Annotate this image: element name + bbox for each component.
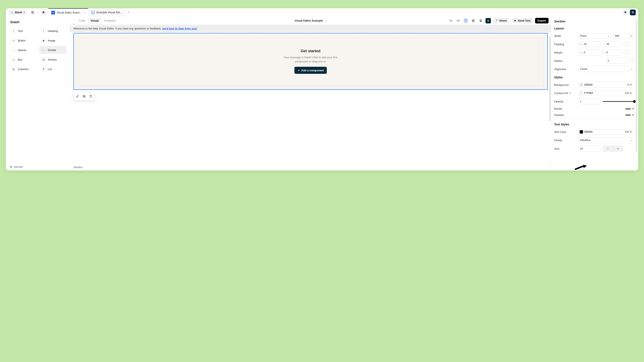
share-button[interactable]: Share (493, 18, 509, 23)
padding-h-input[interactable]: |□|20 (578, 41, 600, 47)
insert-spacer[interactable]: ↕Spacer (9, 46, 37, 54)
width-mode-select[interactable]: Fixed⌄ (578, 33, 612, 39)
svg-rect-14 (84, 96, 85, 97)
topbar-right: N (622, 9, 638, 15)
layers-icon[interactable] (30, 9, 36, 15)
insert-image[interactable]: ▣Image (39, 36, 67, 44)
svg-point-10 (480, 21, 481, 22)
background-color-input[interactable]: 000000 0 % (578, 82, 634, 88)
insert-list[interactable]: ≣List (39, 65, 67, 73)
sync-status: Synced (10, 165, 22, 168)
expand-margin-icon[interactable]: ⛶ (624, 49, 630, 55)
padding-v-input[interactable]: ⫩20 (601, 41, 622, 47)
mail-icon (91, 10, 95, 14)
canvas: Get started Your message is blank! Click… (70, 32, 551, 164)
alignment-select[interactable]: Center⌄ (578, 66, 634, 72)
insert-box[interactable]: ◻Box (9, 55, 37, 63)
reset-icon[interactable]: ↺ (569, 92, 571, 95)
feedback-link[interactable]: we'd love to hear from you! (162, 27, 197, 30)
edit-icon[interactable] (74, 93, 80, 99)
font-size-input[interactable]: 16 (578, 146, 601, 152)
device-icon[interactable] (463, 18, 468, 23)
text-styles-heading: Text Styles (554, 123, 634, 126)
selected-section[interactable]: Get started Your message is blank! Click… (74, 33, 548, 90)
layers-group (30, 9, 39, 15)
close-icon[interactable]: × (84, 11, 85, 14)
padh-icon: |□| (580, 43, 582, 45)
swatch-transparent-icon (580, 83, 583, 86)
breadcrumb: Section (70, 164, 551, 170)
add-tab-button[interactable]: + (125, 8, 132, 16)
font-family-select[interactable]: Helvetica⌄ (578, 137, 634, 143)
row-family: Family Helvetica⌄ (554, 137, 634, 143)
tab-visual-editor-example[interactable]: Visual Editor Exam... × (48, 8, 88, 16)
content-fill-color-input[interactable]: F7F5EF 100 % (578, 90, 634, 96)
divider-icon: — (41, 48, 46, 52)
app-window: B Blank ⇅ Visual Editor Exam... × (6, 8, 638, 170)
view-mode-segment: Code Visual Feedback (76, 18, 118, 23)
expand-padding-icon[interactable]: ⛶ (624, 41, 630, 47)
play-icon[interactable] (486, 18, 491, 23)
export-button[interactable]: Export (535, 18, 548, 23)
add-component-button[interactable]: ＋ Add a component (294, 67, 327, 74)
insert-text[interactable]: ≡Text (9, 27, 37, 35)
project-picker[interactable]: B Blank ⇅ (8, 10, 27, 15)
insert-heading[interactable]: THeading (39, 27, 67, 35)
opacity-input[interactable]: 1 (578, 98, 601, 104)
canvas-scrollbar[interactable] (550, 36, 551, 121)
project-badge: B (10, 11, 14, 14)
topbar: B Blank ⇅ Visual Editor Exam... × (6, 8, 638, 16)
add-border-button[interactable]: Add＋ (625, 107, 634, 110)
blank-message: Your message is blank! Click to add your… (280, 55, 342, 63)
insert-divider[interactable]: —Divider (39, 46, 67, 54)
decrease-button[interactable]: − (603, 146, 613, 152)
collapse-left-icon[interactable]: « (71, 21, 76, 27)
inspector-panel: Section Layout Width Fixed⌄ 640px Paddin… (551, 16, 638, 170)
styles-heading: Styles (554, 76, 634, 79)
svg-point-8 (480, 19, 480, 20)
beta-banner: Welcome to the beta Visual Editor. If yo… (70, 25, 551, 32)
expand-radius-icon[interactable]: ⛶ (629, 58, 634, 64)
annotation-arrow-icon (574, 165, 587, 170)
redo-icon[interactable] (456, 18, 461, 23)
notifications-icon[interactable] (622, 9, 628, 15)
image-icon: ▣ (41, 38, 46, 43)
undo-icon[interactable] (448, 18, 454, 23)
home-button[interactable] (40, 9, 46, 15)
insert-columns[interactable]: ▥Columns (9, 65, 37, 73)
width-value-input[interactable]: 640px (613, 33, 634, 39)
content-fill-label: Content Fill ↺ (554, 92, 578, 95)
avatar[interactable]: N (630, 9, 636, 15)
seg-visual[interactable]: Visual (88, 18, 101, 23)
insert-button[interactable]: ▭Button (9, 36, 37, 44)
settings-icon[interactable] (470, 18, 476, 23)
inspector-scrollbar[interactable] (636, 19, 637, 152)
heading-icon: T (41, 29, 46, 33)
insert-title: Insert (10, 20, 65, 24)
chevron-down-icon[interactable] (36, 9, 39, 15)
insert-section[interactable]: ▤Section (39, 55, 67, 63)
svg-marker-13 (514, 20, 516, 22)
increase-button[interactable]: + (613, 146, 623, 152)
add-shadow-button[interactable]: Add＋ (625, 113, 634, 117)
mail-icon (51, 11, 55, 14)
margin-h-input[interactable]: |□|0 (578, 49, 600, 55)
delete-icon[interactable] (88, 93, 94, 99)
send-test-button[interactable]: Send Test (512, 18, 533, 23)
seg-feedback[interactable]: Feedback (102, 18, 118, 23)
sliders-icon[interactable] (478, 18, 484, 23)
status-dot-icon (10, 166, 12, 168)
selection-toolbar (74, 92, 94, 100)
plus-icon: ＋ (297, 68, 300, 72)
tab-example-visual-editor[interactable]: Example Visual Edi... (88, 8, 125, 16)
text-color-input[interactable]: 000000 100 % (578, 129, 634, 135)
get-started-heading: Get started (301, 49, 320, 53)
duplicate-icon[interactable] (81, 93, 87, 99)
margin-v-input[interactable]: ⫩0 (601, 49, 622, 55)
radius-input[interactable]: 0 (606, 58, 627, 64)
swatch-cream-icon (580, 91, 583, 95)
doc-title[interactable]: Visual Editor Example (294, 19, 326, 22)
opacity-slider[interactable] (603, 101, 634, 102)
dropzone[interactable]: Get started Your message is blank! Click… (78, 37, 544, 86)
seg-code[interactable]: Code (76, 18, 88, 23)
